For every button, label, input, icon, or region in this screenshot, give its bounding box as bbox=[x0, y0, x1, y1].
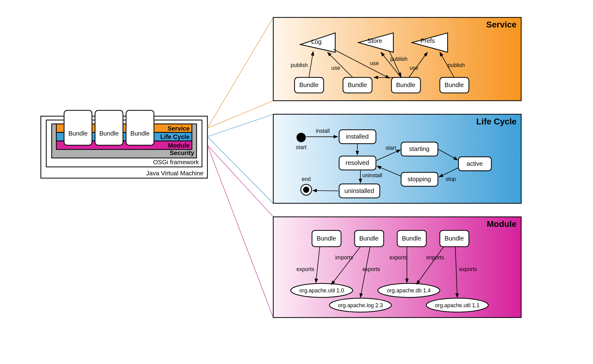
svg-text:publish: publish bbox=[291, 62, 308, 68]
svg-point-38 bbox=[296, 133, 306, 142]
svg-text:exports: exports bbox=[459, 266, 477, 272]
lc-end: end bbox=[301, 176, 312, 195]
svg-text:use: use bbox=[331, 65, 340, 71]
connector-service-bot bbox=[208, 101, 273, 128]
svg-text:imports: imports bbox=[335, 254, 353, 261]
jvm-label: Java Virtual Machine bbox=[146, 170, 204, 177]
svg-text:Prefs: Prefs bbox=[420, 37, 435, 44]
mod-pkg-2: org.apache.log 2.3 bbox=[338, 302, 383, 308]
svg-text:publish: publish bbox=[448, 62, 465, 68]
svg-text:Bundle: Bundle bbox=[68, 130, 87, 137]
svg-text:install: install bbox=[316, 128, 330, 134]
svg-line-53 bbox=[313, 190, 339, 191]
svg-point-40 bbox=[303, 187, 309, 193]
svg-text:Bundle: Bundle bbox=[130, 130, 149, 137]
svg-text:exports: exports bbox=[389, 254, 407, 261]
svg-text:use: use bbox=[370, 60, 379, 66]
connector-mod-top bbox=[208, 145, 273, 217]
module-title: Module bbox=[487, 219, 517, 229]
lifecycle-panel: Life Cycle start end installed resolved … bbox=[273, 114, 521, 203]
lc-stopping: stopping bbox=[408, 176, 431, 182]
svg-text:use: use bbox=[410, 65, 418, 71]
svg-text:exports: exports bbox=[362, 266, 380, 272]
osgi-label: OSGi framework bbox=[153, 159, 199, 165]
svg-text:publish: publish bbox=[390, 56, 408, 62]
svg-text:imports: imports bbox=[426, 254, 444, 261]
mod-bundle-1: Bundle bbox=[317, 235, 336, 242]
connector-mod-bot bbox=[208, 145, 273, 317]
bundle-tab-1: Bundle bbox=[64, 110, 92, 145]
connector-life-bot bbox=[208, 137, 273, 203]
bundle-tab-3: Bundle bbox=[126, 110, 154, 145]
svg-rect-8 bbox=[95, 110, 123, 145]
svg-text:Log: Log bbox=[311, 38, 322, 45]
lifecycle-title: Life Cycle bbox=[476, 117, 516, 126]
module-panel: Module Bundle Bundle Bundle Bundle org.a… bbox=[273, 217, 521, 317]
lc-starting: starting bbox=[409, 145, 430, 152]
service-panel: Service Log Store Prefs Bundle Bundle Bu… bbox=[273, 17, 521, 101]
bundle-tab-2: Bundle bbox=[95, 110, 123, 145]
service-layer-label: Service bbox=[167, 125, 189, 132]
mod-pkg-4: org.apache.util 1.1 bbox=[435, 302, 479, 308]
lc-installed: installed bbox=[346, 133, 369, 140]
mod-bundle-3: Bundle bbox=[402, 235, 421, 242]
module-layer-label: Module bbox=[168, 142, 190, 149]
connector-service-top bbox=[208, 17, 273, 128]
svc-bundle-4: Bundle bbox=[444, 82, 464, 88]
mod-bundle-4: Bundle bbox=[444, 235, 464, 242]
lc-start: start bbox=[296, 144, 306, 150]
layer-stack: Java Virtual Machine OSGi framework Secu… bbox=[41, 110, 207, 178]
service-title: Service bbox=[486, 20, 516, 29]
svg-text:uninstall: uninstall bbox=[362, 172, 382, 178]
osgi-diagram: Java Virtual Machine OSGi framework Secu… bbox=[0, 0, 593, 364]
svg-text:Store: Store bbox=[368, 37, 382, 44]
mod-bundle-2: Bundle bbox=[359, 235, 378, 242]
lc-active: active bbox=[467, 160, 483, 167]
svc-bundle-2: Bundle bbox=[348, 82, 367, 88]
lifecycle-layer-label: Life Cycle bbox=[160, 133, 190, 140]
mod-pkg-1: org.apache.util 1.0 bbox=[299, 287, 344, 294]
svg-text:Bundle: Bundle bbox=[99, 130, 119, 137]
mod-pkg-3: org.apache.db 1.4 bbox=[387, 287, 431, 294]
svg-text:stop: stop bbox=[446, 176, 456, 182]
lc-uninstalled: uninstalled bbox=[344, 187, 374, 194]
connector-life-top bbox=[208, 114, 273, 137]
svg-rect-10 bbox=[126, 110, 154, 145]
svc-bundle-1: Bundle bbox=[299, 82, 318, 88]
lc-resolved: resolved bbox=[346, 159, 369, 166]
svg-text:start: start bbox=[385, 145, 396, 151]
svg-text:exports: exports bbox=[296, 266, 314, 272]
svc-bundle-3: Bundle bbox=[396, 82, 415, 88]
security-label: Security bbox=[170, 149, 195, 156]
svg-text:end: end bbox=[302, 176, 311, 182]
svg-rect-6 bbox=[64, 110, 92, 145]
